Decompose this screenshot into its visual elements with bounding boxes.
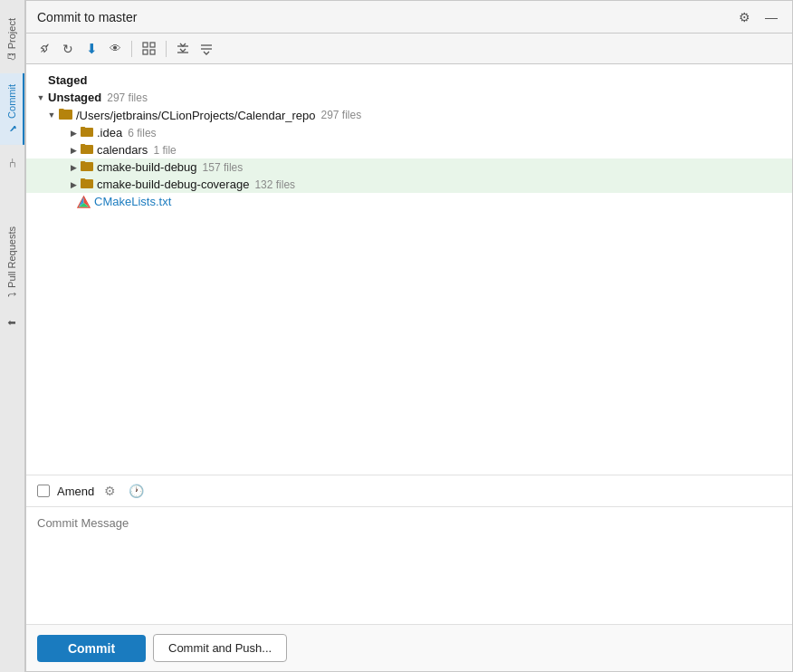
commit-icon: ✔ bbox=[5, 122, 17, 134]
svg-rect-1 bbox=[143, 43, 148, 47]
cmake-debug-row[interactable]: ▶ cmake-build-debug 157 files bbox=[26, 158, 792, 176]
pull-requests-icon: ⤵ bbox=[6, 292, 17, 297]
amend-gear-icon: ⚙ bbox=[104, 484, 116, 498]
download-icon: ⬇ bbox=[86, 41, 98, 57]
pin-button[interactable] bbox=[33, 38, 55, 60]
amend-settings-button[interactable]: ⚙ bbox=[101, 483, 119, 499]
expand-all-icon bbox=[177, 43, 189, 55]
main-panel: Commit to master ⚙ — ↻ ⬇ 👁 bbox=[25, 0, 793, 672]
cmake-debug-cov-chevron: ▶ bbox=[66, 180, 81, 189]
svg-rect-3 bbox=[143, 50, 148, 54]
cmake-debug-cov-row[interactable]: ▶ cmake-build-debug-coverage 132 files bbox=[26, 176, 792, 193]
unstaged-chevron: ▼ bbox=[33, 93, 48, 102]
cmake-debug-cov-count: 132 files bbox=[254, 178, 295, 191]
toolbar-divider-2 bbox=[166, 41, 167, 57]
git-icon: ⑂ bbox=[5, 156, 19, 168]
staged-section: Staged bbox=[26, 70, 792, 89]
collapse-all-button[interactable] bbox=[196, 38, 217, 60]
sidebar-tab-project[interactable]: 🗂 Project bbox=[0, 7, 24, 73]
amend-row: Amend ⚙ 🕐 bbox=[26, 475, 792, 506]
sidebar-tab-commit[interactable]: ✔ Commit bbox=[0, 73, 24, 145]
calendar-repo-name: /Users/jetbrains/CLionProjects/Calendar_… bbox=[76, 109, 315, 122]
eye-icon: 👁 bbox=[110, 42, 121, 55]
sidebar-tab-label-commit: Commit bbox=[6, 84, 17, 119]
cmake-lists-link[interactable]: CMakeLists.txt bbox=[94, 195, 171, 208]
settings-button[interactable]: ⚙ bbox=[735, 8, 754, 26]
action-buttons-row: Commit Commit and Push... bbox=[26, 624, 792, 671]
cmake-file-icon bbox=[77, 196, 91, 208]
unstaged-row[interactable]: ▼ Unstaged 297 files bbox=[26, 89, 792, 106]
calendar-repo-count: 297 files bbox=[320, 109, 361, 121]
title-actions: ⚙ — bbox=[735, 8, 781, 26]
idea-name: .idea bbox=[97, 126, 122, 139]
cmake-debug-cov-folder-icon bbox=[81, 178, 93, 191]
unstaged-label: Unstaged bbox=[48, 91, 101, 104]
cmake-debug-count: 157 files bbox=[203, 161, 244, 174]
sidebar-tab-label-project: Project bbox=[6, 18, 17, 49]
amend-history-button[interactable]: 🕐 bbox=[126, 483, 147, 499]
amend-label: Amend bbox=[57, 485, 94, 498]
group-icon bbox=[142, 42, 156, 55]
pin-icon bbox=[38, 43, 51, 55]
preview-button[interactable]: 👁 bbox=[104, 38, 126, 60]
minimize-icon: — bbox=[765, 10, 778, 24]
folder-icon bbox=[59, 108, 72, 122]
idea-row[interactable]: ▶ .idea 6 files bbox=[26, 124, 792, 141]
toolbar-divider-1 bbox=[131, 41, 132, 57]
amend-checkbox[interactable] bbox=[37, 485, 50, 497]
idea-count: 6 files bbox=[128, 127, 156, 139]
cmake-debug-chevron: ▶ bbox=[66, 163, 81, 172]
idea-folder-icon bbox=[81, 126, 93, 139]
cmake-lists-row[interactable]: CMakeLists.txt bbox=[26, 193, 792, 210]
calendars-folder-icon bbox=[81, 143, 93, 157]
title-bar: Commit to master ⚙ — bbox=[26, 1, 792, 34]
sidebar-tab-deploy[interactable]: ⬆ bbox=[0, 308, 24, 338]
expand-all-button[interactable] bbox=[172, 38, 194, 60]
minimize-button[interactable]: — bbox=[761, 8, 781, 26]
commit-message-input[interactable] bbox=[26, 507, 792, 624]
unstaged-count: 297 files bbox=[107, 91, 148, 104]
cmake-debug-cov-name: cmake-build-debug-coverage bbox=[97, 178, 249, 191]
file-tree: Staged ▼ Unstaged 297 files ▼ /Users/jet… bbox=[26, 64, 792, 475]
commit-message-area bbox=[26, 506, 792, 624]
cmake-debug-folder-icon bbox=[81, 160, 93, 174]
calendars-chevron: ▶ bbox=[66, 146, 81, 155]
commit-button[interactable]: Commit bbox=[37, 635, 146, 662]
commit-and-push-button[interactable]: Commit and Push... bbox=[153, 634, 287, 662]
cmake-debug-name: cmake-build-debug bbox=[97, 160, 197, 174]
group-button[interactable] bbox=[138, 38, 160, 60]
project-icon: 🗂 bbox=[6, 53, 17, 62]
sidebar-tab-label-pull-requests: Pull Requests bbox=[6, 226, 17, 288]
sidebar: 🗂 Project ✔ Commit ⑂ ⤵ Pull Requests ⬆ bbox=[0, 0, 25, 672]
refresh-button[interactable]: ↻ bbox=[57, 38, 79, 60]
svg-line-0 bbox=[42, 49, 44, 52]
sidebar-tab-pull-requests[interactable]: ⤵ Pull Requests bbox=[0, 216, 24, 308]
gear-icon: ⚙ bbox=[739, 10, 750, 24]
window-title: Commit to master bbox=[37, 10, 137, 24]
sidebar-tab-git[interactable]: ⑂ bbox=[0, 145, 24, 179]
deploy-icon: ⬆ bbox=[5, 319, 17, 327]
collapse-all-icon bbox=[200, 43, 213, 55]
calendar-repo-row[interactable]: ▼ /Users/jetbrains/CLionProjects/Calenda… bbox=[26, 106, 792, 124]
idea-chevron: ▶ bbox=[66, 129, 81, 138]
toolbar: ↻ ⬇ 👁 bbox=[26, 34, 792, 64]
amend-clock-icon: 🕐 bbox=[129, 484, 144, 498]
calendars-count: 1 file bbox=[153, 144, 176, 157]
staged-label: Staged bbox=[37, 72, 98, 89]
svg-rect-4 bbox=[150, 50, 155, 54]
calendars-row[interactable]: ▶ calendars 1 file bbox=[26, 141, 792, 158]
calendar-repo-chevron: ▼ bbox=[44, 110, 59, 120]
svg-rect-2 bbox=[150, 43, 155, 47]
calendars-name: calendars bbox=[97, 143, 148, 157]
refresh-icon: ↻ bbox=[62, 42, 73, 56]
fetch-button[interactable]: ⬇ bbox=[81, 38, 102, 60]
